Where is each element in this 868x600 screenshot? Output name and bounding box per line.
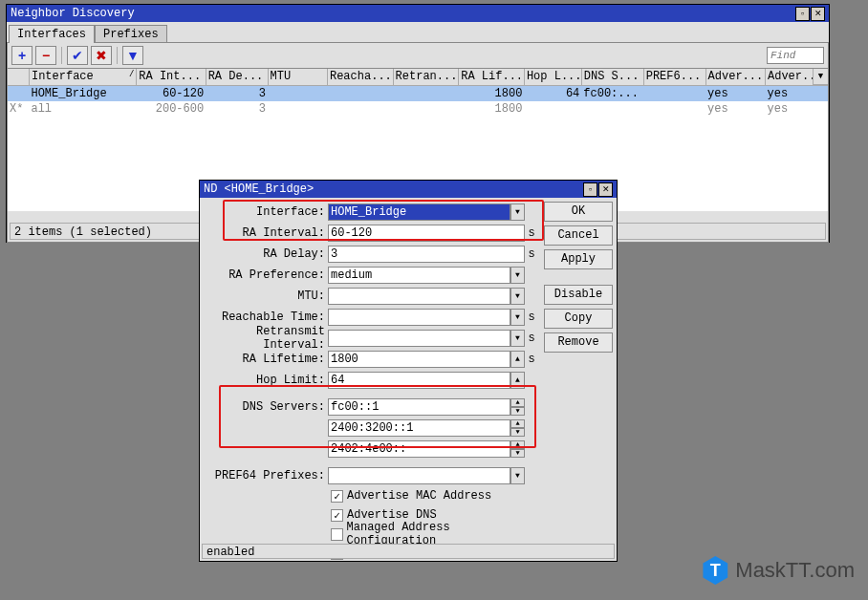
copy-button[interactable]: Copy [544,309,613,329]
cb-adv-mac-label: Advertise MAC Address [347,489,491,503]
column-menu-icon[interactable]: ▼ [813,69,828,85]
tab-prefixes[interactable]: Prefixes [95,25,167,43]
watermark-text: MaskTT.com [735,558,855,583]
minimize-icon[interactable]: ▫ [795,7,810,21]
row-ra-pref: RA Preference: medium ▼ [204,265,538,285]
label-ra-life: RA Lifetime: [204,353,328,366]
unit-s: s [525,247,538,261]
remove-button[interactable]: Remove [544,332,613,353]
col-interface[interactable]: Interface / [29,69,136,85]
annotation-highlight [223,200,544,241]
row-ra-delay: RA Delay: 3 s [204,244,538,264]
remove-button[interactable]: − [35,46,56,65]
unit-s: s [525,311,538,324]
unit-s: s [525,353,538,366]
dialog-buttons: OK Cancel Apply Disable Copy Remove [544,202,613,540]
col-dns[interactable]: DNS S... [581,69,643,85]
chevron-down-icon[interactable]: ▼ [510,288,525,305]
row-mtu: MTU: ▼ [204,286,538,306]
dialog-titlebar: ND <HOME_Bridge> ▫ ✕ [200,181,617,198]
tabs: Interfaces Prefixes [9,24,829,42]
label-pref64: PREF64 Prefixes: [204,469,328,482]
col-hop[interactable]: Hop L... [524,69,581,85]
ra-pref-field[interactable]: medium [328,267,510,284]
col-ra-int[interactable]: RA Int... [137,69,206,85]
col-pref[interactable]: PREF6... [643,69,705,85]
label-reach: Reachable Time: [204,311,328,324]
chevron-down-icon[interactable]: ▼ [510,467,525,484]
main-title: Neighbor Discovery [11,5,135,22]
ra-life-field[interactable]: 1800 [328,351,510,368]
main-titlebar: Neighbor Discovery ▫ ✕ [7,5,829,22]
label-ra-pref: RA Preference: [204,268,328,282]
pref64-field[interactable] [328,467,510,484]
ok-button[interactable]: OK [544,202,613,222]
toolbar: + − ✔ ✖ ▼ [8,43,828,68]
row-retr: Retransmit Interval: ▼ s [204,328,538,348]
close-icon[interactable]: ✕ [598,182,613,197]
cb-adv-dns-label: Advertise DNS [347,508,437,522]
col-mtu[interactable]: MTU [268,69,327,85]
col-mark[interactable] [8,69,29,85]
chevron-up-icon[interactable]: ▲ [510,351,525,368]
reach-field[interactable] [328,309,510,326]
label-mtu: MTU: [204,289,328,303]
disable-button[interactable]: ✖ [91,46,112,65]
row-pref64: PREF64 Prefixes: ▼ [204,465,538,485]
add-button[interactable]: + [11,46,33,65]
minimize-icon[interactable]: ▫ [583,182,597,197]
chevron-down-icon[interactable]: ▼ [510,267,525,284]
col-adv1[interactable]: Adver... [705,69,765,85]
separator [117,47,118,64]
tab-interfaces[interactable]: Interfaces [9,25,95,43]
grid-header-row[interactable]: Interface / RA Int... RA De... MTU Reach… [8,69,828,85]
row-ra-life: RA Lifetime: 1800 ▲ s [204,349,538,369]
watermark: T MaskTT.com [701,556,855,585]
chevron-down-icon[interactable]: ▼ [510,330,525,347]
annotation-highlight [219,385,536,448]
nd-dialog: ND <HOME_Bridge> ▫ ✕ Interface: HOME_Bri… [199,180,618,562]
label-retr: Retransmit Interval: [204,325,328,352]
col-reach[interactable]: Reacha... [327,69,393,85]
col-ra-life[interactable]: RA Lif... [459,69,525,85]
separator [61,47,62,64]
checkbox-icon[interactable]: ✓ [331,490,343,503]
filter-button[interactable]: ▼ [122,46,143,65]
watermark-icon: T [701,556,729,585]
cancel-button[interactable]: Cancel [544,225,613,246]
unit-s: s [525,332,538,345]
checkbox-icon[interactable] [331,528,343,541]
dialog-status: enabled [202,544,615,559]
apply-button[interactable]: Apply [544,249,613,269]
dialog-form: Interface: HOME_Bridge ▼ RA Interval: 60… [204,202,538,540]
retr-field[interactable] [328,330,510,347]
dialog-title: ND <HOME_Bridge> [204,181,314,198]
label-ra-delay: RA Delay: [204,247,328,261]
chevron-down-icon[interactable]: ▼ [510,309,525,326]
table-row[interactable]: X* all 200-600 3 1800 yes yes [8,101,828,117]
enable-button[interactable]: ✔ [67,46,88,65]
mtu-field[interactable] [328,288,510,305]
find-input[interactable] [767,47,824,64]
disable-button[interactable]: Disable [544,285,613,305]
table-row[interactable]: HOME_Bridge 60-120 3 1800 64 fc00:... ye… [8,85,828,101]
cb-adv-mac[interactable]: ✓ Advertise MAC Address [204,486,538,505]
cb-managed[interactable]: Managed Address Configuration [204,525,538,544]
close-icon[interactable]: ✕ [811,7,825,21]
col-retr[interactable]: Retran... [393,69,459,85]
checkbox-icon[interactable]: ✓ [331,509,343,522]
col-ra-de[interactable]: RA De... [206,69,268,85]
ra-delay-field[interactable]: 3 [328,246,525,263]
